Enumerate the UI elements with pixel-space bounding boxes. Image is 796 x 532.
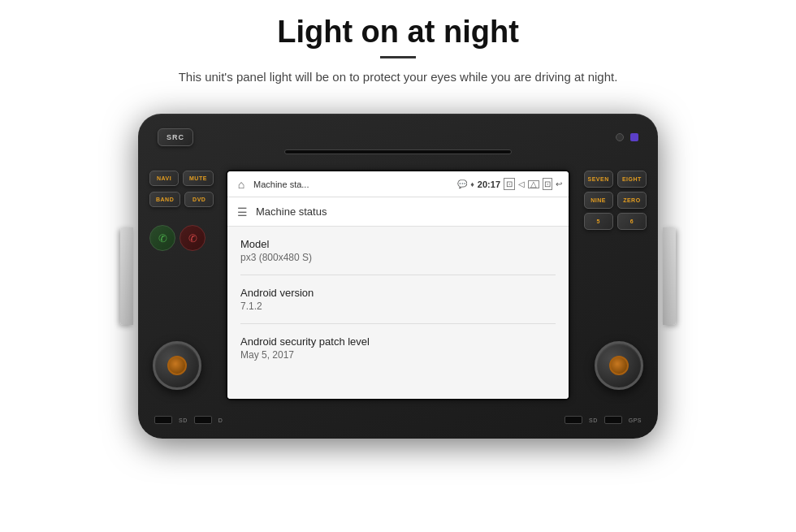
content-area: Model px3 (800x480 S) Android version 7.… bbox=[227, 227, 569, 399]
android-version-label: Android version bbox=[240, 287, 556, 299]
page-container: Light on at night This unit's panel ligh… bbox=[0, 0, 796, 532]
cd-slot bbox=[284, 149, 512, 154]
seven-button[interactable]: SEVEN bbox=[584, 171, 613, 188]
five-button[interactable]: 5 bbox=[584, 213, 613, 230]
sd-slot bbox=[154, 416, 172, 424]
title-divider bbox=[380, 56, 416, 58]
mute-button[interactable]: MUTE bbox=[183, 171, 214, 186]
status-time: 20:17 bbox=[478, 179, 500, 189]
cast-icon: △ bbox=[528, 180, 539, 188]
status-icons: 💬 ♦ 20:17 ⊡ ◁ △ ⊡ ↩ bbox=[457, 178, 562, 190]
left-connectors: SD D bbox=[154, 416, 223, 424]
sd2-slot bbox=[565, 416, 582, 424]
divider-1 bbox=[240, 275, 556, 275]
screen-icon: ⊡ bbox=[543, 178, 552, 190]
android-version-item: Android version 7.1.2 bbox=[240, 287, 556, 312]
sd2-label: SD bbox=[589, 417, 598, 423]
left-knob-center bbox=[167, 356, 187, 375]
call-buttons-row: ✆ ✆ bbox=[149, 225, 214, 251]
security-patch-item: Android security patch level May 5, 2017 bbox=[240, 335, 556, 361]
screen: ⌂ Machine sta... 💬 ♦ 20:17 ⊡ ◁ △ ⊡ ↩ bbox=[227, 171, 569, 399]
nine-button[interactable]: NINE bbox=[584, 192, 613, 209]
indicator-dot bbox=[616, 133, 624, 141]
left-buttons: NAVI MUTE BAND DVD ✆ ✆ bbox=[149, 171, 214, 251]
top-row: SRC bbox=[138, 128, 658, 146]
left-mount bbox=[120, 227, 133, 325]
navi-mute-row: NAVI MUTE bbox=[149, 171, 214, 186]
bottom-connectors: SD D SD GPS bbox=[138, 416, 658, 424]
sd-label: SD bbox=[179, 417, 188, 423]
dvd-button[interactable]: DVD bbox=[184, 192, 214, 207]
unit-body: SRC NAVI MUTE BAND DVD ✆ bbox=[138, 114, 658, 439]
purple-indicator bbox=[630, 133, 638, 141]
left-knob[interactable] bbox=[153, 341, 201, 390]
gps-slot bbox=[604, 416, 622, 424]
src-button[interactable]: SRC bbox=[158, 128, 193, 146]
band-dvd-row: BAND DVD bbox=[149, 192, 214, 207]
back-icon: ↩ bbox=[556, 179, 562, 188]
security-patch-value: May 5, 2017 bbox=[240, 349, 556, 361]
app-bar: ☰ Machine status bbox=[227, 197, 569, 227]
navi-button[interactable]: NAVI bbox=[149, 171, 179, 186]
divider-2 bbox=[240, 323, 556, 324]
model-item: Model px3 (800x480 S) bbox=[240, 238, 556, 263]
page-subtitle: This unit's panel light will be on to pr… bbox=[179, 70, 618, 84]
d-slot bbox=[194, 416, 212, 424]
chat-icon: 💬 bbox=[457, 179, 467, 188]
model-label: Model bbox=[240, 238, 556, 250]
six-button[interactable]: 6 bbox=[617, 213, 647, 230]
zero-button[interactable]: ZERO bbox=[617, 192, 647, 209]
number-grid: SEVEN EIGHT NINE ZERO 5 6 bbox=[584, 171, 647, 230]
right-mount bbox=[663, 227, 676, 325]
nav-icon: ♦ bbox=[470, 180, 474, 188]
right-buttons: SEVEN EIGHT NINE ZERO 5 6 bbox=[584, 171, 647, 230]
status-bar: ⌂ Machine sta... 💬 ♦ 20:17 ⊡ ◁ △ ⊡ ↩ bbox=[227, 171, 569, 197]
call-end-button[interactable]: ✆ bbox=[180, 225, 205, 251]
unit-wrapper: SRC NAVI MUTE BAND DVD ✆ bbox=[130, 102, 666, 451]
d-label: D bbox=[218, 417, 223, 423]
photo-icon: ⊡ bbox=[504, 178, 515, 190]
menu-icon[interactable]: ☰ bbox=[237, 205, 248, 218]
model-value: px3 (800x480 S) bbox=[240, 252, 556, 263]
right-connectors: SD GPS bbox=[565, 416, 642, 424]
security-patch-label: Android security patch level bbox=[240, 335, 556, 348]
right-knob-center bbox=[609, 356, 629, 375]
page-title: Light on at night bbox=[277, 15, 519, 50]
band-button[interactable]: BAND bbox=[149, 192, 180, 207]
eight-button[interactable]: EIGHT bbox=[617, 171, 647, 188]
right-knob[interactable] bbox=[595, 341, 643, 390]
status-app-name: Machine sta... bbox=[253, 179, 452, 189]
home-icon[interactable]: ⌂ bbox=[234, 177, 249, 192]
call-accept-button[interactable]: ✆ bbox=[149, 225, 175, 251]
gps-label: GPS bbox=[629, 417, 642, 423]
android-version-value: 7.1.2 bbox=[240, 301, 556, 312]
app-bar-title: Machine status bbox=[256, 205, 327, 218]
volume-icon: ◁ bbox=[518, 179, 525, 188]
